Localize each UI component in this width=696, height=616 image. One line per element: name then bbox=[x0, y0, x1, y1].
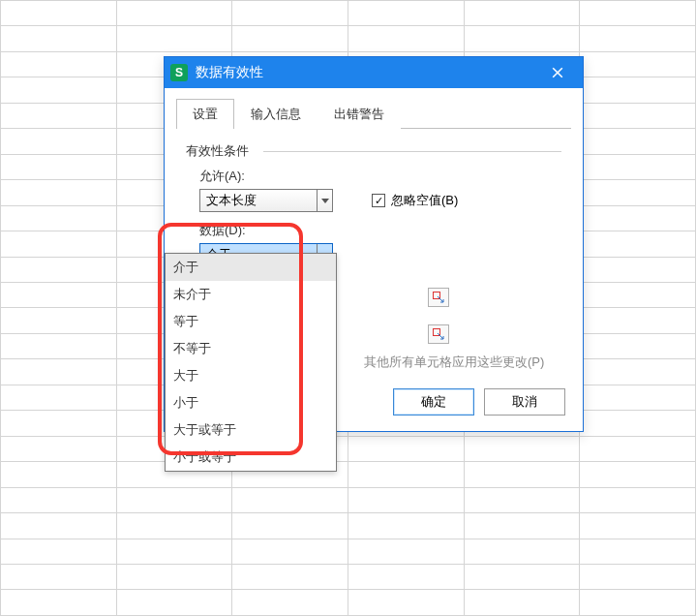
range-select-icon[interactable] bbox=[428, 288, 449, 307]
cancel-button[interactable]: 取消 bbox=[484, 388, 565, 416]
tab-settings[interactable]: 设置 bbox=[176, 99, 234, 129]
ok-button[interactable]: 确定 bbox=[393, 388, 474, 416]
dropdown-option[interactable]: 大于 bbox=[166, 362, 336, 389]
ignore-blank-checkbox[interactable]: ✓ bbox=[372, 194, 385, 207]
dropdown-option[interactable]: 小于 bbox=[166, 389, 336, 416]
close-button[interactable] bbox=[538, 57, 577, 88]
app-icon: S bbox=[170, 64, 188, 81]
dropdown-option[interactable]: 等于 bbox=[166, 308, 336, 335]
data-label: 数据(D): bbox=[199, 222, 561, 239]
data-combobox-dropdown[interactable]: 介于 未介于 等于 不等于 大于 小于 大于或等于 小于或等于 bbox=[165, 253, 337, 472]
tabs: 设置 输入信息 出错警告 bbox=[176, 98, 571, 129]
tab-input-message[interactable]: 输入信息 bbox=[234, 99, 318, 129]
apply-changes-note: 其他所有单元格应用这些更改(P) bbox=[364, 354, 561, 371]
tab-error-alert[interactable]: 出错警告 bbox=[318, 99, 401, 129]
dropdown-option[interactable]: 大于或等于 bbox=[166, 416, 336, 444]
dropdown-option[interactable]: 未介于 bbox=[166, 281, 336, 308]
dialog-title: 数据有效性 bbox=[196, 64, 538, 81]
dropdown-option[interactable]: 不等于 bbox=[166, 335, 336, 362]
allow-combobox[interactable]: 文本长度 bbox=[199, 189, 333, 212]
dropdown-option[interactable]: 小于或等于 bbox=[166, 444, 336, 471]
allow-combobox-value: 文本长度 bbox=[206, 192, 257, 209]
allow-label: 允许(A): bbox=[199, 168, 561, 185]
ignore-blank-label: 忽略空值(B) bbox=[391, 192, 458, 209]
group-validity: 有效性条件 bbox=[186, 142, 561, 160]
titlebar[interactable]: S 数据有效性 bbox=[165, 57, 583, 88]
range-select-icon[interactable] bbox=[428, 324, 449, 344]
dropdown-option[interactable]: 介于 bbox=[166, 254, 336, 281]
chevron-down-icon bbox=[317, 190, 332, 211]
